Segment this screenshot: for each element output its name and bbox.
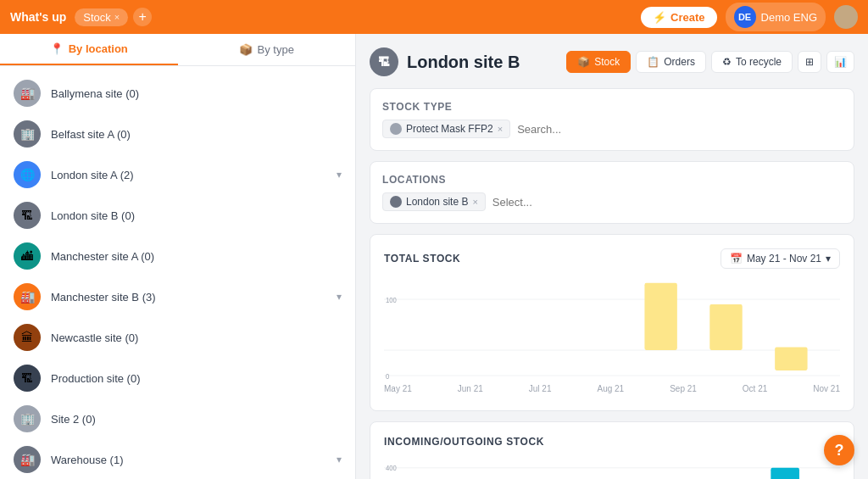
date-range-label: May 21 - Nov 21 xyxy=(747,253,821,265)
site-icon: 🏭 xyxy=(14,283,41,310)
location-tag-remove[interactable]: × xyxy=(472,197,477,207)
site-name-label: Newcastle site (0) xyxy=(51,331,342,344)
calendar-icon: 📅 xyxy=(730,253,743,265)
x-label-nov: Nov 21 xyxy=(813,384,840,393)
hierarchy-button[interactable]: ⊞ xyxy=(798,51,821,73)
list-item[interactable]: 🏢 Site 2 (0) xyxy=(0,398,355,439)
svg-rect-7 xyxy=(775,347,807,370)
location-tag-label: London site B xyxy=(406,196,468,208)
site-icon: 🏗 xyxy=(14,365,41,392)
x-label-jun: Jun 21 xyxy=(458,384,483,393)
to-recycle-label: To recycle xyxy=(736,56,782,68)
bolt-icon: ⚡ xyxy=(653,11,666,24)
stock-button[interactable]: 📦 Stock xyxy=(566,51,631,73)
stock-type-tag: Protect Mask FFP2 × xyxy=(382,120,510,138)
total-stock-svg: 100 0 xyxy=(384,279,840,381)
date-range-button[interactable]: 📅 May 21 - Nov 21 ▾ xyxy=(721,248,840,269)
locations-tags: London site B × xyxy=(382,192,842,211)
site-title-icon: 🏗 xyxy=(370,47,398,76)
stock-tab-close[interactable]: × xyxy=(114,12,120,22)
stock-type-label: Stock type xyxy=(382,101,842,113)
svg-rect-16 xyxy=(771,468,799,479)
chevron-icon: ▾ xyxy=(337,291,342,303)
tab-by-type[interactable]: 📦 By type xyxy=(178,34,356,65)
incoming-svg: 400 200 0 xyxy=(384,458,840,479)
list-item[interactable]: 🏗 London site B (0) xyxy=(0,195,355,236)
create-button[interactable]: ⚡ Create xyxy=(641,7,716,28)
site-icon: 🏙 xyxy=(14,242,41,270)
list-item[interactable]: 🏭 Manchester site B (3) ▾ xyxy=(0,276,355,317)
incoming-bars: 400 200 0 xyxy=(384,458,840,479)
nav-right: ⚡ Create DE Demo ENG xyxy=(641,3,858,31)
site-icon: 🏛 xyxy=(14,324,41,351)
add-tab-button[interactable]: + xyxy=(133,8,152,26)
site-name-label: Ballymena site (0) xyxy=(51,87,342,100)
site-icon: 🏭 xyxy=(14,446,41,473)
site-name-label: Production site (0) xyxy=(51,372,342,385)
stock-type-tag-remove[interactable]: × xyxy=(498,124,503,134)
site-name: London site B xyxy=(407,53,520,72)
site-name-label: Site 2 (0) xyxy=(51,413,342,426)
list-item[interactable]: 🏭 Ballymena site (0) xyxy=(0,73,355,114)
incoming-title: INCOMING/OUTGOING STOCK xyxy=(384,436,544,448)
site-title: 🏗 London site B xyxy=(370,47,520,76)
x-label-may: May 21 xyxy=(384,384,412,393)
total-stock-title: TOTAL STOCK xyxy=(384,253,460,265)
content-area: 🏗 London site B 📦 Stock 📋 Orders ♻ To re… xyxy=(356,34,868,479)
tab-by-type-label: By type xyxy=(258,43,294,56)
tag-icon xyxy=(390,123,402,135)
content-header: 🏗 London site B 📦 Stock 📋 Orders ♻ To re… xyxy=(370,47,854,76)
x-label-oct: Oct 21 xyxy=(743,384,767,393)
total-stock-chart: TOTAL STOCK 📅 May 21 - Nov 21 ▾ 100 0 xyxy=(370,234,854,411)
location-tag-icon xyxy=(390,196,402,208)
stock-btn-label: Stock xyxy=(594,56,620,68)
sidebar-tabs: 📍 By location 📦 By type xyxy=(0,34,355,66)
incoming-outgoing-chart: INCOMING/OUTGOING STOCK 400 200 0 xyxy=(370,421,854,479)
location-tag: London site B × xyxy=(382,192,486,211)
site-icon: 🌐 xyxy=(14,161,41,188)
site-icon: 🏗 xyxy=(14,202,41,229)
chevron-icon: ▾ xyxy=(337,454,342,465)
brand-label: What's up xyxy=(10,10,66,24)
tab-by-location-label: By location xyxy=(69,42,128,55)
locations-panel: Locations London site B × xyxy=(370,161,854,224)
help-button[interactable]: ? xyxy=(824,435,854,465)
user-pill[interactable]: DE Demo ENG xyxy=(726,3,826,31)
site-icon: 🏢 xyxy=(14,120,41,148)
stock-type-tag-label: Protect Mask FFP2 xyxy=(406,123,493,135)
list-item[interactable]: 🏗 Production site (0) xyxy=(0,358,355,398)
x-label-jul: Jul 21 xyxy=(529,384,552,393)
list-item[interactable]: 🏛 Newcastle site (0) xyxy=(0,317,355,358)
stock-type-tags: Protect Mask FFP2 × xyxy=(382,120,842,138)
site-icon: 🏢 xyxy=(14,405,41,432)
site-name-label: Manchester site A (0) xyxy=(51,250,342,263)
create-label: Create xyxy=(670,11,704,24)
tab-by-location[interactable]: 📍 By location xyxy=(0,34,178,65)
user-avatar-photo[interactable] xyxy=(834,5,858,29)
stock-type-panel: Stock type Protect Mask FFP2 × xyxy=(370,88,854,151)
list-item[interactable]: 🏙 Manchester site A (0) xyxy=(0,236,355,276)
svg-text:0: 0 xyxy=(386,371,389,381)
total-stock-bars: 100 0 xyxy=(384,279,840,381)
to-recycle-button[interactable]: ♻ To recycle xyxy=(711,51,793,73)
chart-button[interactable]: 📊 xyxy=(826,51,854,73)
x-label-aug: Aug 21 xyxy=(597,384,624,393)
stock-type-search[interactable] xyxy=(517,123,842,136)
incoming-chart-header: INCOMING/OUTGOING STOCK xyxy=(384,436,840,448)
chevron-icon: ▾ xyxy=(337,169,342,181)
user-avatar-initials: DE xyxy=(734,6,756,28)
list-item[interactable]: 🏭 Warehouse (1) ▾ xyxy=(0,439,355,479)
stock-tab[interactable]: Stock × xyxy=(75,8,128,26)
orders-button[interactable]: 📋 Orders xyxy=(636,51,706,73)
list-item[interactable]: 🌐 London site A (2) ▾ xyxy=(0,154,355,195)
orders-btn-label: Orders xyxy=(664,56,695,68)
svg-rect-6 xyxy=(709,304,742,350)
chevron-down-icon: ▾ xyxy=(826,253,831,265)
orders-btn-icon: 📋 xyxy=(647,56,659,68)
location-select[interactable] xyxy=(492,196,842,209)
list-item[interactable]: 🏢 Belfast site A (0) xyxy=(0,114,355,154)
svg-text:100: 100 xyxy=(386,295,397,304)
total-stock-x-labels: May 21 Jun 21 Jul 21 Aug 21 Sep 21 Oct 2… xyxy=(384,381,840,397)
hierarchy-icon: ⊞ xyxy=(805,56,814,68)
chart-icon: 📊 xyxy=(834,56,847,68)
